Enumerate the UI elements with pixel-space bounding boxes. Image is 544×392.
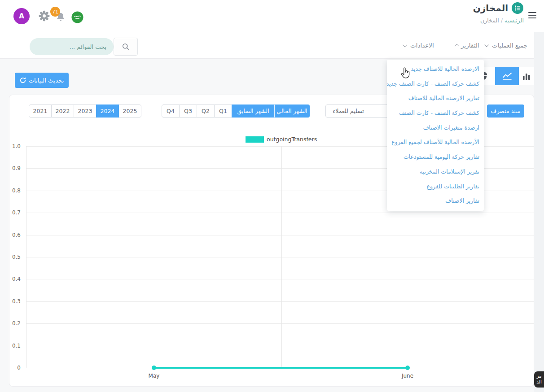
series-line-outgoing-transfers bbox=[154, 367, 408, 369]
menu-item-variant-balances[interactable]: ارصدة متغيرات الاصناف bbox=[387, 121, 484, 135]
search-button[interactable] bbox=[114, 38, 138, 56]
breadcrumb-home[interactable]: الرئيسية bbox=[505, 17, 524, 24]
menu-item-daily-warehouse-movement[interactable]: تقارير حركة اليومية للمستودعات bbox=[387, 150, 484, 165]
legend-label: outgoingTransfers bbox=[267, 136, 317, 143]
expense-voucher-button[interactable]: سند منصرف bbox=[487, 105, 524, 118]
y-axis-labels: 1.0 0.9 0.8 0.7 0.6 0.5 0.4 0.3 0.2 0.1 … bbox=[0, 146, 23, 368]
app-canvas: المخازن الرئيسية/المخازن A 71 bbox=[0, 0, 544, 392]
prev-month-button[interactable]: الشهر السابق bbox=[232, 105, 275, 118]
period-filter-group: Q4 Q3 Q2 Q1 الشهر السابق الشهر الحالي bbox=[162, 105, 310, 118]
quarter-button-q2[interactable]: Q2 bbox=[197, 105, 215, 118]
app-header: المخازن الرئيسية/المخازن A 71 bbox=[0, 0, 544, 32]
y-tick: 0.8 bbox=[12, 187, 21, 194]
y-tick: 0.1 bbox=[12, 342, 21, 349]
year-button-2025[interactable]: 2025 bbox=[118, 105, 141, 118]
breadcrumb-separator: / bbox=[501, 17, 503, 24]
hamburger-menu-icon[interactable] bbox=[528, 12, 536, 19]
breadcrumb: الرئيسية/المخازن bbox=[480, 17, 524, 24]
quarter-button-q3[interactable]: Q3 bbox=[179, 105, 197, 118]
hand-pointer-cursor bbox=[399, 66, 411, 80]
refresh-data-button[interactable]: تحديث البيانات bbox=[15, 73, 69, 88]
y-tick: 0.7 bbox=[12, 209, 21, 216]
nav-item-label: الاعدادات bbox=[410, 42, 434, 49]
gear-icon[interactable] bbox=[38, 10, 50, 22]
support-tab-line1: مر bbox=[536, 373, 541, 379]
nav-item-all-operations[interactable]: جميع العمليات bbox=[486, 42, 527, 49]
refresh-arrow-icon bbox=[20, 77, 26, 83]
reports-dropdown-menu: الارصدة الحالية للاصناف جديد كشف حركة ال… bbox=[387, 60, 484, 211]
legend-swatch-outgoing-transfers bbox=[246, 136, 264, 143]
quarter-button-q1[interactable]: Q1 bbox=[214, 105, 232, 118]
line-chart-icon bbox=[502, 72, 512, 81]
nav-item-reports[interactable]: التقارير bbox=[455, 42, 479, 49]
scroll-gutter bbox=[534, 32, 544, 392]
y-tick: 0 bbox=[17, 364, 21, 371]
x-tick-june: June bbox=[398, 373, 417, 379]
y-tick: 0.3 bbox=[12, 298, 21, 305]
menu-item-items-reports[interactable]: تقارير الاصناف bbox=[387, 194, 484, 209]
bar-chart-button[interactable] bbox=[519, 67, 534, 85]
deliver-customers-button[interactable]: تسليم للعملاء bbox=[325, 105, 371, 118]
notification-badge[interactable]: 71 bbox=[50, 7, 60, 17]
y-tick: 1.0 bbox=[12, 143, 21, 150]
nav-item-label: التقارير bbox=[461, 42, 479, 49]
menu-item-item-card[interactable]: كشف حركة الصنف - كارت الصنف bbox=[387, 106, 484, 121]
magnifier-icon bbox=[122, 43, 130, 51]
chevron-down-icon bbox=[484, 43, 489, 47]
quarter-button-q4[interactable]: Q4 bbox=[162, 105, 180, 118]
chevron-up-icon bbox=[455, 44, 459, 48]
y-tick: 0.2 bbox=[12, 320, 21, 327]
year-button-2023[interactable]: 2023 bbox=[74, 105, 97, 118]
year-button-2021[interactable]: 2021 bbox=[29, 105, 52, 118]
saudi-flag-icon[interactable] bbox=[71, 11, 83, 23]
menu-item-stock-receipts-report[interactable]: تقرير الإستلامات المخزنيه bbox=[387, 165, 484, 179]
bar-chart-icon bbox=[522, 72, 531, 81]
nav-item-settings[interactable]: الاعدادات bbox=[404, 42, 434, 49]
current-month-button[interactable]: الشهر الحالي bbox=[274, 105, 310, 118]
year-filter-group: 2021 2022 2023 2024 2025 bbox=[29, 105, 141, 118]
data-point-june bbox=[405, 366, 410, 370]
menu-item-balances-all-branches[interactable]: الأرصدة الحالية للأصناف لجميع الفروع bbox=[387, 135, 484, 150]
chevron-down-icon bbox=[403, 43, 407, 47]
data-point-may bbox=[152, 366, 156, 370]
y-tick: 0.6 bbox=[12, 231, 21, 239]
chart-legend[interactable]: outgoingTransfers bbox=[246, 136, 317, 143]
page-title-row: المخازن bbox=[473, 1, 524, 15]
refresh-label: تحديث البيانات bbox=[29, 77, 64, 84]
support-tab-clipped[interactable]: مر الد bbox=[534, 371, 544, 388]
y-tick: 0.4 bbox=[12, 275, 21, 283]
y-tick: 0.5 bbox=[12, 253, 21, 261]
avatar[interactable]: A bbox=[13, 8, 30, 24]
support-tab-line2: الد bbox=[536, 379, 542, 384]
year-button-2024-active[interactable]: 2024 bbox=[96, 105, 119, 118]
nav-item-label: جميع العمليات bbox=[492, 42, 527, 49]
search-input[interactable] bbox=[30, 38, 114, 55]
menu-item-branch-orders-reports[interactable]: تقارير الطلبيات للفروع bbox=[387, 179, 484, 194]
y-tick: 0.9 bbox=[12, 165, 21, 172]
line-chart-button[interactable] bbox=[495, 67, 519, 85]
main-navbar: جميع العمليات التقارير الاعدادات bbox=[0, 32, 534, 59]
page-title: المخازن bbox=[473, 3, 508, 13]
breadcrumb-current: المخازن bbox=[480, 17, 499, 24]
x-tick-may: May bbox=[145, 373, 163, 379]
list-badge-icon bbox=[511, 2, 524, 14]
year-button-2022[interactable]: 2022 bbox=[51, 105, 74, 118]
menu-item-current-balances-reports[interactable]: تقارير الارصدة الحالية للاصناف bbox=[387, 91, 484, 106]
